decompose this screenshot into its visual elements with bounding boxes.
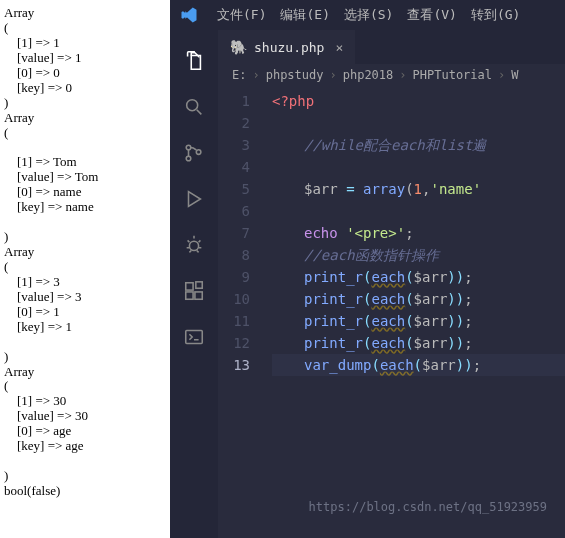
debug-icon[interactable] xyxy=(181,232,207,258)
svg-point-4 xyxy=(189,241,198,250)
terminal-icon[interactable] xyxy=(181,324,207,350)
svg-rect-5 xyxy=(186,283,193,290)
svg-point-0 xyxy=(187,100,198,111)
close-icon[interactable]: × xyxy=(335,40,343,55)
svg-rect-9 xyxy=(186,331,203,344)
crumb[interactable]: php2018 xyxy=(343,68,394,82)
vscode-editor: 文件(F) 编辑(E) 选择(S) 查看(V) 转到(G) 🐘 shu xyxy=(170,0,565,538)
php-output-panel: Array ( [1] => 1 [value] => 1 [0] => 0 [… xyxy=(0,0,170,538)
line-number-gutter: 12345678910111213 xyxy=(218,86,266,538)
svg-rect-6 xyxy=(186,292,193,299)
breadcrumb[interactable]: E: › phpstudy › php2018 › PHPTutorial › … xyxy=(218,64,565,86)
code-editor[interactable]: 12345678910111213 <?php //while配合each和li… xyxy=(218,86,565,538)
php-file-icon: 🐘 xyxy=(230,39,247,55)
chevron-right-icon: › xyxy=(494,68,509,82)
run-icon[interactable] xyxy=(181,186,207,212)
crumb[interactable]: W xyxy=(511,68,518,82)
svg-point-3 xyxy=(196,150,201,155)
chevron-right-icon: › xyxy=(325,68,340,82)
svg-rect-8 xyxy=(196,282,202,288)
comment: //while配合each和list遍 xyxy=(304,137,486,153)
tab-bar: 🐘 shuzu.php × xyxy=(218,30,565,64)
tab-shuzu-php[interactable]: 🐘 shuzu.php × xyxy=(218,30,355,64)
comment: //each函数指针操作 xyxy=(304,247,439,263)
chevron-right-icon: › xyxy=(395,68,410,82)
source-control-icon[interactable] xyxy=(181,140,207,166)
svg-rect-7 xyxy=(195,292,202,299)
activity-bar xyxy=(170,30,218,538)
svg-point-2 xyxy=(186,156,191,161)
extensions-icon[interactable] xyxy=(181,278,207,304)
menu-goto[interactable]: 转到(G) xyxy=(464,6,527,24)
chevron-right-icon: › xyxy=(248,68,263,82)
editor-area: 🐘 shuzu.php × E: › phpstudy › php2018 › … xyxy=(218,30,565,538)
menubar: 文件(F) 编辑(E) 选择(S) 查看(V) 转到(G) xyxy=(170,0,565,30)
menu-view[interactable]: 查看(V) xyxy=(400,6,463,24)
menu-edit[interactable]: 编辑(E) xyxy=(273,6,336,24)
vscode-logo-icon xyxy=(180,6,198,24)
menu-file[interactable]: 文件(F) xyxy=(210,6,273,24)
code-lines[interactable]: <?php //while配合each和list遍 $arr = array(1… xyxy=(266,86,565,538)
crumb[interactable]: E: xyxy=(232,68,246,82)
crumb[interactable]: phpstudy xyxy=(266,68,324,82)
crumb[interactable]: PHPTutorial xyxy=(413,68,492,82)
tab-label: shuzu.php xyxy=(254,40,324,55)
search-icon[interactable] xyxy=(181,94,207,120)
php-open-tag: <?php xyxy=(272,93,314,109)
menu-select[interactable]: 选择(S) xyxy=(337,6,400,24)
files-icon[interactable] xyxy=(181,48,207,74)
svg-point-1 xyxy=(186,145,191,150)
